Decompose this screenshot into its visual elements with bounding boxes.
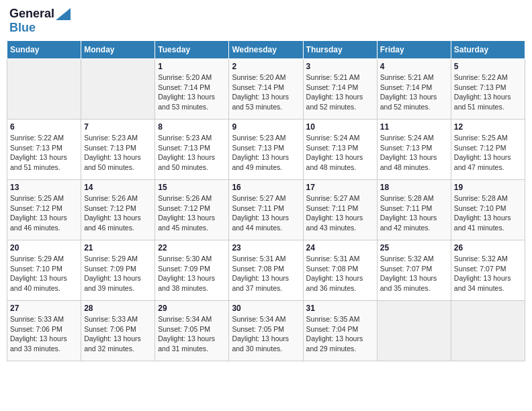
day-info: Sunrise: 5:31 AMSunset: 7:08 PMDaylight:… <box>232 254 300 293</box>
day-info: Sunrise: 5:32 AMSunset: 7:07 PMDaylight:… <box>454 254 522 293</box>
calendar-day-header: Tuesday <box>155 41 229 59</box>
day-number: 26 <box>454 243 522 253</box>
calendar-cell: 29Sunrise: 5:34 AMSunset: 7:05 PMDayligh… <box>155 301 229 361</box>
calendar-cell: 13Sunrise: 5:25 AMSunset: 7:12 PMDayligh… <box>7 180 81 240</box>
day-number: 30 <box>232 304 300 313</box>
calendar-cell: 7Sunrise: 5:23 AMSunset: 7:13 PMDaylight… <box>81 120 155 180</box>
day-info: Sunrise: 5:22 AMSunset: 7:13 PMDaylight:… <box>454 73 522 112</box>
calendar-day-header: Sunday <box>7 41 81 59</box>
day-number: 10 <box>306 122 374 132</box>
page-container: General Blue SundayMondayTuesdayWednesda… <box>7 7 525 361</box>
day-info: Sunrise: 5:34 AMSunset: 7:05 PMDaylight:… <box>158 314 226 354</box>
day-info: Sunrise: 5:29 AMSunset: 7:10 PMDaylight:… <box>10 254 78 293</box>
day-info: Sunrise: 5:27 AMSunset: 7:11 PMDaylight:… <box>306 193 374 233</box>
day-number: 14 <box>84 183 152 192</box>
day-number: 16 <box>232 183 300 192</box>
calendar-week-row: 20Sunrise: 5:29 AMSunset: 7:10 PMDayligh… <box>7 240 525 301</box>
day-info: Sunrise: 5:24 AMSunset: 7:13 PMDaylight:… <box>306 133 374 173</box>
calendar-cell: 6Sunrise: 5:22 AMSunset: 7:13 PMDaylight… <box>7 120 81 180</box>
day-number: 19 <box>454 183 522 192</box>
day-number: 11 <box>380 122 448 132</box>
logo-icon <box>56 8 71 20</box>
day-number: 27 <box>10 304 78 313</box>
day-number: 18 <box>380 183 448 192</box>
calendar-cell: 17Sunrise: 5:27 AMSunset: 7:11 PMDayligh… <box>303 180 377 240</box>
day-number: 6 <box>10 122 78 132</box>
logo-general-text: General <box>9 7 54 21</box>
calendar-week-row: 1Sunrise: 5:20 AMSunset: 7:14 PMDaylight… <box>7 59 525 120</box>
day-info: Sunrise: 5:24 AMSunset: 7:13 PMDaylight:… <box>380 133 448 173</box>
calendar-cell: 11Sunrise: 5:24 AMSunset: 7:13 PMDayligh… <box>377 120 451 180</box>
calendar-cell: 3Sunrise: 5:21 AMSunset: 7:14 PMDaylight… <box>303 59 377 120</box>
calendar-week-row: 13Sunrise: 5:25 AMSunset: 7:12 PMDayligh… <box>7 180 525 240</box>
day-number: 21 <box>84 243 152 253</box>
calendar-cell: 14Sunrise: 5:26 AMSunset: 7:12 PMDayligh… <box>81 180 155 240</box>
day-info: Sunrise: 5:20 AMSunset: 7:14 PMDaylight:… <box>158 73 226 112</box>
day-info: Sunrise: 5:22 AMSunset: 7:13 PMDaylight:… <box>10 133 78 173</box>
calendar-cell: 2Sunrise: 5:20 AMSunset: 7:14 PMDaylight… <box>229 59 303 120</box>
calendar-cell: 8Sunrise: 5:23 AMSunset: 7:13 PMDaylight… <box>155 120 229 180</box>
day-number: 22 <box>158 243 226 253</box>
calendar-cell <box>81 59 155 120</box>
day-info: Sunrise: 5:26 AMSunset: 7:12 PMDaylight:… <box>84 193 152 233</box>
day-info: Sunrise: 5:30 AMSunset: 7:09 PMDaylight:… <box>158 254 226 293</box>
calendar-cell: 9Sunrise: 5:23 AMSunset: 7:13 PMDaylight… <box>229 120 303 180</box>
day-info: Sunrise: 5:23 AMSunset: 7:13 PMDaylight:… <box>232 133 300 173</box>
day-info: Sunrise: 5:21 AMSunset: 7:14 PMDaylight:… <box>306 73 374 112</box>
calendar-cell: 1Sunrise: 5:20 AMSunset: 7:14 PMDaylight… <box>155 59 229 120</box>
day-number: 4 <box>380 62 448 71</box>
day-info: Sunrise: 5:21 AMSunset: 7:14 PMDaylight:… <box>380 73 448 112</box>
calendar-cell: 18Sunrise: 5:28 AMSunset: 7:11 PMDayligh… <box>377 180 451 240</box>
calendar-day-header: Wednesday <box>229 41 303 59</box>
day-info: Sunrise: 5:31 AMSunset: 7:08 PMDaylight:… <box>306 254 374 293</box>
day-info: Sunrise: 5:25 AMSunset: 7:12 PMDaylight:… <box>454 133 522 173</box>
calendar-cell: 16Sunrise: 5:27 AMSunset: 7:11 PMDayligh… <box>229 180 303 240</box>
day-info: Sunrise: 5:20 AMSunset: 7:14 PMDaylight:… <box>232 73 300 112</box>
calendar-table: SundayMondayTuesdayWednesdayThursdayFrid… <box>7 40 525 361</box>
logo: General Blue <box>9 7 71 35</box>
day-number: 17 <box>306 183 374 192</box>
calendar-header-row: SundayMondayTuesdayWednesdayThursdayFrid… <box>7 41 525 59</box>
calendar-cell: 31Sunrise: 5:35 AMSunset: 7:04 PMDayligh… <box>303 301 377 361</box>
calendar-cell <box>451 301 525 361</box>
calendar-cell: 24Sunrise: 5:31 AMSunset: 7:08 PMDayligh… <box>303 240 377 301</box>
calendar-cell: 28Sunrise: 5:33 AMSunset: 7:06 PMDayligh… <box>81 301 155 361</box>
calendar-cell <box>7 59 81 120</box>
calendar-cell: 5Sunrise: 5:22 AMSunset: 7:13 PMDaylight… <box>451 59 525 120</box>
calendar-day-header: Monday <box>81 41 155 59</box>
svg-marker-0 <box>56 8 71 20</box>
calendar-cell: 25Sunrise: 5:32 AMSunset: 7:07 PMDayligh… <box>377 240 451 301</box>
calendar-cell: 23Sunrise: 5:31 AMSunset: 7:08 PMDayligh… <box>229 240 303 301</box>
calendar-cell: 21Sunrise: 5:29 AMSunset: 7:09 PMDayligh… <box>81 240 155 301</box>
day-number: 25 <box>380 243 448 253</box>
calendar-cell: 12Sunrise: 5:25 AMSunset: 7:12 PMDayligh… <box>451 120 525 180</box>
day-number: 31 <box>306 304 374 313</box>
day-number: 28 <box>84 304 152 313</box>
day-info: Sunrise: 5:23 AMSunset: 7:13 PMDaylight:… <box>158 133 226 173</box>
calendar-cell: 30Sunrise: 5:34 AMSunset: 7:05 PMDayligh… <box>229 301 303 361</box>
day-number: 13 <box>10 183 78 192</box>
calendar-cell: 15Sunrise: 5:26 AMSunset: 7:12 PMDayligh… <box>155 180 229 240</box>
day-number: 1 <box>158 62 226 71</box>
day-number: 20 <box>10 243 78 253</box>
calendar-cell <box>377 301 451 361</box>
day-number: 5 <box>454 62 522 71</box>
calendar-week-row: 6Sunrise: 5:22 AMSunset: 7:13 PMDaylight… <box>7 120 525 180</box>
header: General Blue <box>7 7 525 35</box>
calendar-cell: 19Sunrise: 5:28 AMSunset: 7:10 PMDayligh… <box>451 180 525 240</box>
day-number: 8 <box>158 122 226 132</box>
day-info: Sunrise: 5:26 AMSunset: 7:12 PMDaylight:… <box>158 193 226 233</box>
calendar-day-header: Saturday <box>451 41 525 59</box>
day-number: 3 <box>306 62 374 71</box>
day-info: Sunrise: 5:29 AMSunset: 7:09 PMDaylight:… <box>84 254 152 293</box>
calendar-cell: 20Sunrise: 5:29 AMSunset: 7:10 PMDayligh… <box>7 240 81 301</box>
calendar-cell: 22Sunrise: 5:30 AMSunset: 7:09 PMDayligh… <box>155 240 229 301</box>
day-number: 29 <box>158 304 226 313</box>
day-info: Sunrise: 5:28 AMSunset: 7:11 PMDaylight:… <box>380 193 448 233</box>
day-info: Sunrise: 5:34 AMSunset: 7:05 PMDaylight:… <box>232 314 300 354</box>
calendar-cell: 26Sunrise: 5:32 AMSunset: 7:07 PMDayligh… <box>451 240 525 301</box>
day-number: 12 <box>454 122 522 132</box>
calendar-cell: 4Sunrise: 5:21 AMSunset: 7:14 PMDaylight… <box>377 59 451 120</box>
day-info: Sunrise: 5:25 AMSunset: 7:12 PMDaylight:… <box>10 193 78 233</box>
day-number: 7 <box>84 122 152 132</box>
